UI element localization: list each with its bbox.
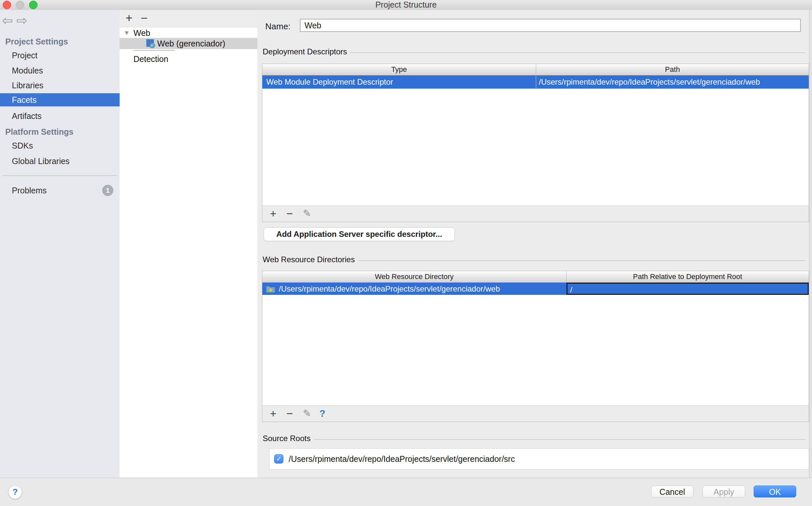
apply-button[interactable]: Apply <box>703 486 745 497</box>
chevron-down-icon[interactable]: ▼ <box>124 27 130 38</box>
facet-name-input[interactable] <box>300 19 801 32</box>
section-rule <box>350 53 805 53</box>
column-header-type[interactable]: Type <box>262 64 536 75</box>
remove-resource-icon[interactable]: − <box>287 406 293 422</box>
source-roots-list: ✓ /Users/rpimenta/dev/repo/IdeaProjects/… <box>269 448 809 470</box>
tree-divider <box>134 50 175 51</box>
source-roots-section: Source Roots <box>263 433 805 444</box>
project-structure-dialog: Project Structure ⇦ ⇨ Project Settings P… <box>0 0 812 506</box>
sidebar-item-artifacts[interactable]: Artifacts <box>0 109 132 122</box>
web-resources-table-body: /Users/rpimenta/dev/repo/IdeaProjects/se… <box>262 283 809 406</box>
deployment-descriptors-title: Deployment Descriptors <box>263 47 347 56</box>
deployment-descriptors-section: Deployment Descriptors <box>263 46 805 57</box>
sidebar-item-sdks[interactable]: SDKs <box>0 139 132 152</box>
edit-descriptor-icon[interactable]: ✎ <box>303 206 311 222</box>
sidebar-item-global-libraries[interactable]: Global Libraries <box>0 155 132 168</box>
section-header-platform-settings: Platform Settings <box>0 125 125 138</box>
tree-node-detection[interactable]: Detection <box>119 53 257 65</box>
cancel-button[interactable]: Cancel <box>651 486 694 497</box>
source-root-path: /Users/rpimenta/dev/repo/IdeaProjects/se… <box>289 454 515 464</box>
title-bar: Project Structure <box>0 0 812 10</box>
deployment-table-toolbar: + − ✎ <box>262 205 809 222</box>
sidebar-divider <box>3 175 117 176</box>
section-header-project-settings: Project Settings <box>0 35 125 48</box>
tree-node-web-gerenciador[interactable]: Web (gerenciador) <box>119 38 257 49</box>
section-rule <box>358 260 805 261</box>
tree-node-web[interactable]: ▼ Web <box>119 27 257 38</box>
table-row[interactable]: /Users/rpimenta/dev/repo/IdeaProjects/se… <box>262 283 809 295</box>
back-arrow-icon[interactable]: ⇦ <box>2 14 13 26</box>
path-relative-cell-editing[interactable]: / <box>566 283 809 295</box>
facets-tree-toolbar: + − <box>119 10 257 27</box>
deployment-descriptors-table: Type Path Web Module Deployment Descript… <box>262 64 809 222</box>
remove-descriptor-icon[interactable]: − <box>287 206 293 222</box>
help-button[interactable]: ? <box>8 485 22 499</box>
sidebar-item-libraries[interactable]: Libraries <box>0 79 132 92</box>
list-item[interactable]: ✓ /Users/rpimenta/dev/repo/IdeaProjects/… <box>269 449 809 469</box>
web-resource-directories-title: Web Resource Directories <box>263 255 355 264</box>
help-resource-icon[interactable]: ? <box>319 406 325 422</box>
table-row[interactable]: Web Module Deployment Descriptor /Users/… <box>262 75 809 89</box>
sidebar-item-facets[interactable]: Facets <box>0 93 132 106</box>
column-header-web-resource-directory[interactable]: Web Resource Directory <box>262 271 566 282</box>
source-roots-title: Source Roots <box>263 434 310 443</box>
scrollbar-track[interactable] <box>809 10 812 478</box>
deployment-table-header: Type Path <box>262 64 809 75</box>
add-app-server-descriptor-button[interactable]: Add Application Server specific descript… <box>264 227 455 241</box>
deployment-type-cell[interactable]: Web Module Deployment Descriptor <box>262 75 536 89</box>
problems-count-badge: 1 <box>102 185 113 196</box>
deployment-path-cell[interactable]: /Users/rpimenta/dev/repo/IdeaProjects/se… <box>536 75 809 89</box>
remove-facet-icon[interactable]: − <box>141 10 148 27</box>
add-descriptor-icon[interactable]: + <box>270 206 276 222</box>
column-header-path-relative[interactable]: Path Relative to Deployment Root <box>566 271 809 282</box>
web-folder-icon <box>266 284 275 293</box>
web-resource-directory-cell[interactable]: /Users/rpimenta/dev/repo/IdeaProjects/se… <box>262 283 566 295</box>
section-rule <box>314 439 805 440</box>
web-resource-directories-section: Web Resource Directories <box>263 254 805 265</box>
sidebar-item-modules[interactable]: Modules <box>0 64 132 77</box>
deployment-table-body: Web Module Deployment Descriptor /Users/… <box>262 75 809 205</box>
forward-arrow-icon[interactable]: ⇨ <box>16 14 28 26</box>
window-title: Project Structure <box>0 0 812 10</box>
source-root-checkbox[interactable]: ✓ <box>274 454 283 463</box>
facets-tree-panel: + − ▼ Web Web (gerenciador) Detection <box>119 10 258 478</box>
web-resources-table-header: Web Resource Directory Path Relative to … <box>262 271 809 283</box>
sidebar-item-project[interactable]: Project <box>0 49 132 62</box>
web-facet-icon <box>146 39 155 48</box>
column-header-path[interactable]: Path <box>536 64 809 75</box>
web-resources-table: Web Resource Directory Path Relative to … <box>262 271 809 422</box>
dialog-footer: ? Cancel Apply OK <box>0 478 812 506</box>
edit-resource-icon[interactable]: ✎ <box>303 406 311 422</box>
facet-editor-panel: Name: Deployment Descriptors Type Path W… <box>257 10 812 478</box>
web-resources-table-toolbar: + − ✎ ? <box>262 406 809 422</box>
facet-name-label: Name: <box>265 20 291 33</box>
settings-sidebar: ⇦ ⇨ Project Settings Project Modules Lib… <box>0 10 120 478</box>
ok-button[interactable]: OK <box>754 486 796 497</box>
add-facet-icon[interactable]: + <box>126 10 133 27</box>
add-resource-icon[interactable]: + <box>270 406 276 422</box>
